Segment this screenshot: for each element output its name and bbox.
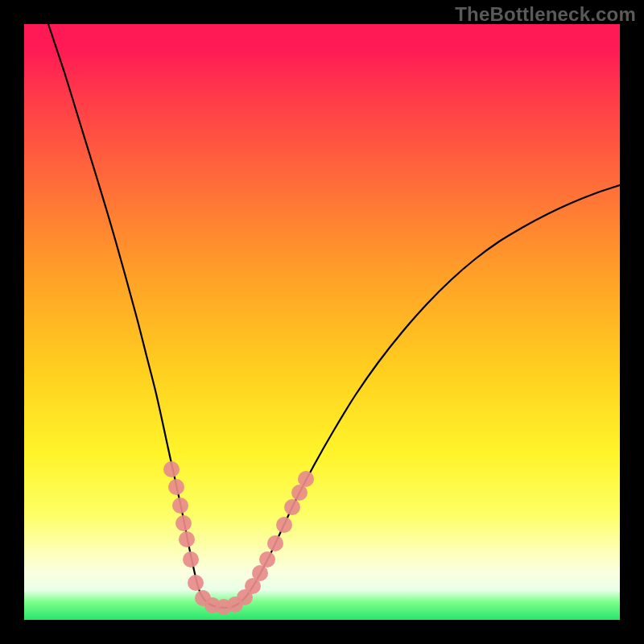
plot-area xyxy=(24,24,620,620)
marker-dot xyxy=(175,515,192,531)
marker-dot xyxy=(252,565,268,581)
curve-right-branch xyxy=(225,185,620,608)
marker-dot xyxy=(172,497,188,514)
marker-dot xyxy=(183,551,199,568)
marker-dot xyxy=(179,531,195,547)
marker-dot xyxy=(267,535,283,551)
marker-dot xyxy=(276,517,292,533)
watermark-text: TheBottleneck.com xyxy=(455,3,636,26)
chart-svg xyxy=(24,24,620,620)
marker-dot xyxy=(284,499,300,515)
marker-dot xyxy=(163,461,180,477)
marker-dot xyxy=(168,479,184,495)
marker-dot xyxy=(188,575,204,591)
marker-dot xyxy=(298,471,314,487)
marker-dot xyxy=(291,485,308,501)
chart-frame: TheBottleneck.com xyxy=(0,0,644,644)
curve-left-branch xyxy=(48,24,225,608)
marker-dot xyxy=(259,551,275,568)
